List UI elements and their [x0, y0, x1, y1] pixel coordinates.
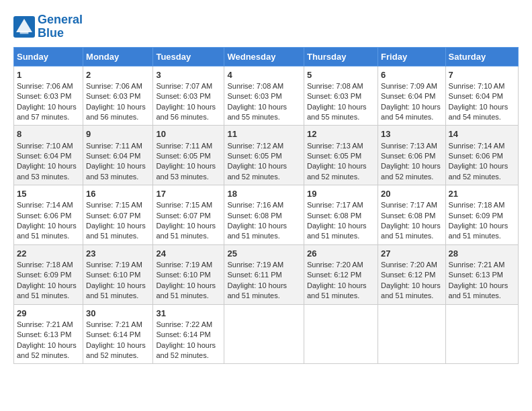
day-number: 13	[381, 129, 390, 139]
day-number: 17	[156, 189, 165, 199]
day-number: 19	[307, 189, 316, 199]
sunset-label: Sunset: 6:13 PM	[449, 271, 503, 279]
daylight-label: Daylight: 10 hours and 51 minutes.	[17, 281, 77, 300]
day-number: 27	[381, 248, 390, 259]
day-cell: 3Sunrise: 7:07 AMSunset: 6:03 PMDaylight…	[153, 66, 224, 126]
day-number: 18	[227, 189, 236, 199]
daylight-label: Daylight: 10 hours and 51 minutes.	[381, 281, 441, 300]
sunrise-label: Sunrise: 7:17 AM	[381, 201, 437, 209]
day-number: 16	[86, 189, 95, 199]
daylight-label: Daylight: 10 hours and 55 minutes.	[227, 103, 287, 121]
sunrise-label: Sunrise: 7:22 AM	[156, 320, 212, 328]
daylight-label: Daylight: 10 hours and 51 minutes.	[17, 222, 77, 240]
day-cell: 2Sunrise: 7:06 AMSunset: 6:03 PMDaylight…	[83, 66, 153, 126]
daylight-label: Daylight: 10 hours and 51 minutes.	[227, 222, 287, 240]
day-number: 3	[156, 70, 161, 80]
sunset-label: Sunset: 6:04 PM	[86, 152, 140, 160]
day-number: 28	[449, 248, 458, 259]
day-cell: 29Sunrise: 7:21 AMSunset: 6:13 PMDayligh…	[14, 304, 83, 364]
sunset-label: Sunset: 6:03 PM	[227, 92, 281, 100]
day-cell: 19Sunrise: 7:17 AMSunset: 6:08 PMDayligh…	[304, 185, 378, 245]
sunrise-label: Sunrise: 7:19 AM	[227, 261, 283, 269]
day-cell	[378, 304, 445, 364]
day-number: 12	[307, 129, 316, 139]
day-cell: 18Sunrise: 7:16 AMSunset: 6:08 PMDayligh…	[224, 185, 304, 245]
daylight-label: Daylight: 10 hours and 55 minutes.	[307, 103, 367, 121]
day-cell: 7Sunrise: 7:10 AMSunset: 6:04 PMDaylight…	[445, 66, 518, 126]
sunset-label: Sunset: 6:09 PM	[449, 212, 503, 220]
sunset-label: Sunset: 6:07 PM	[86, 212, 140, 220]
daylight-label: Daylight: 10 hours and 53 minutes.	[156, 162, 216, 180]
sunrise-label: Sunrise: 7:11 AM	[86, 142, 142, 150]
daylight-label: Daylight: 10 hours and 51 minutes.	[86, 222, 146, 240]
daylight-label: Daylight: 10 hours and 53 minutes.	[86, 162, 146, 180]
sunset-label: Sunset: 6:08 PM	[307, 212, 361, 220]
column-header-monday: Monday	[83, 47, 153, 66]
sunrise-label: Sunrise: 7:11 AM	[156, 142, 212, 150]
column-header-sunday: Sunday	[14, 47, 83, 66]
sunrise-label: Sunrise: 7:15 AM	[156, 201, 212, 209]
sunrise-label: Sunrise: 7:16 AM	[227, 201, 283, 209]
sunset-label: Sunset: 6:06 PM	[449, 152, 503, 160]
day-number: 24	[156, 248, 165, 259]
day-cell: 23Sunrise: 7:19 AMSunset: 6:10 PMDayligh…	[83, 244, 153, 304]
daylight-label: Daylight: 10 hours and 53 minutes.	[17, 162, 77, 180]
sunrise-label: Sunrise: 7:20 AM	[381, 261, 437, 269]
day-number: 5	[307, 70, 312, 80]
daylight-label: Daylight: 10 hours and 51 minutes.	[449, 281, 508, 300]
daylight-label: Daylight: 10 hours and 51 minutes.	[156, 281, 216, 300]
daylight-label: Daylight: 10 hours and 57 minutes.	[17, 103, 77, 121]
day-cell: 11Sunrise: 7:12 AMSunset: 6:05 PMDayligh…	[224, 126, 304, 185]
sunrise-label: Sunrise: 7:06 AM	[86, 82, 142, 90]
sunrise-label: Sunrise: 7:21 AM	[449, 261, 505, 269]
daylight-label: Daylight: 10 hours and 52 minutes.	[381, 162, 441, 180]
sunrise-label: Sunrise: 7:21 AM	[17, 320, 73, 328]
sunset-label: Sunset: 6:07 PM	[156, 212, 210, 220]
day-cell: 5Sunrise: 7:08 AMSunset: 6:03 PMDaylight…	[304, 66, 378, 126]
sunset-label: Sunset: 6:05 PM	[307, 152, 361, 160]
column-header-tuesday: Tuesday	[153, 47, 224, 66]
daylight-label: Daylight: 10 hours and 52 minutes.	[17, 341, 77, 359]
day-cell: 6Sunrise: 7:09 AMSunset: 6:04 PMDaylight…	[378, 66, 445, 126]
sunset-label: Sunset: 6:14 PM	[86, 330, 140, 338]
sunset-label: Sunset: 6:05 PM	[227, 152, 281, 160]
sunset-label: Sunset: 6:03 PM	[17, 92, 71, 100]
day-cell	[224, 304, 304, 364]
day-cell: 17Sunrise: 7:15 AMSunset: 6:07 PMDayligh…	[153, 185, 224, 245]
day-cell	[445, 304, 518, 364]
column-header-friday: Friday	[378, 47, 445, 66]
sunrise-label: Sunrise: 7:08 AM	[227, 82, 283, 90]
day-cell: 25Sunrise: 7:19 AMSunset: 6:11 PMDayligh…	[224, 244, 304, 304]
sunrise-label: Sunrise: 7:10 AM	[17, 142, 73, 150]
day-cell: 22Sunrise: 7:18 AMSunset: 6:09 PMDayligh…	[14, 244, 83, 304]
daylight-label: Daylight: 10 hours and 51 minutes.	[307, 281, 367, 300]
day-number: 23	[86, 248, 95, 259]
day-number: 26	[307, 248, 316, 259]
day-number: 2	[86, 70, 91, 80]
page-header: General Blue	[13, 13, 519, 40]
sunset-label: Sunset: 6:04 PM	[449, 92, 503, 100]
sunset-label: Sunset: 6:13 PM	[17, 330, 71, 338]
sunrise-label: Sunrise: 7:14 AM	[449, 142, 505, 150]
column-header-saturday: Saturday	[445, 47, 518, 66]
sunrise-label: Sunrise: 7:06 AM	[17, 82, 73, 90]
daylight-label: Daylight: 10 hours and 52 minutes.	[86, 341, 146, 359]
sunrise-label: Sunrise: 7:14 AM	[17, 201, 73, 209]
daylight-label: Daylight: 10 hours and 51 minutes.	[227, 281, 287, 300]
sunrise-label: Sunrise: 7:07 AM	[156, 82, 212, 90]
sunset-label: Sunset: 6:11 PM	[227, 271, 281, 279]
day-number: 25	[227, 248, 236, 259]
sunrise-label: Sunrise: 7:13 AM	[381, 142, 437, 150]
day-cell: 9Sunrise: 7:11 AMSunset: 6:04 PMDaylight…	[83, 126, 153, 185]
week-row-4: 22Sunrise: 7:18 AMSunset: 6:09 PMDayligh…	[14, 244, 519, 304]
sunset-label: Sunset: 6:12 PM	[381, 271, 435, 279]
sunrise-label: Sunrise: 7:20 AM	[307, 261, 363, 269]
day-number: 29	[17, 308, 26, 318]
day-cell: 21Sunrise: 7:18 AMSunset: 6:09 PMDayligh…	[445, 185, 518, 245]
column-header-thursday: Thursday	[304, 47, 378, 66]
daylight-label: Daylight: 10 hours and 51 minutes.	[156, 222, 216, 240]
sunset-label: Sunset: 6:03 PM	[86, 92, 140, 100]
svg-rect-2	[20, 31, 29, 34]
logo-icon	[13, 16, 35, 38]
day-number: 7	[449, 70, 453, 80]
